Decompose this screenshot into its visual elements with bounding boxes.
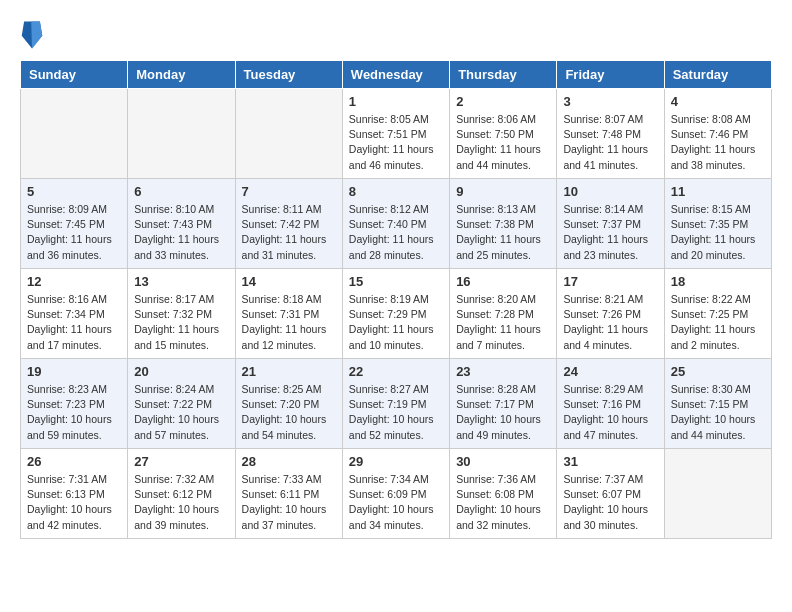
calendar-cell: 2Sunrise: 8:06 AMSunset: 7:50 PMDaylight… [450, 89, 557, 179]
calendar-cell: 1Sunrise: 8:05 AMSunset: 7:51 PMDaylight… [342, 89, 449, 179]
day-number: 28 [242, 454, 336, 469]
column-header-saturday: Saturday [664, 61, 771, 89]
day-number: 12 [27, 274, 121, 289]
calendar-cell: 23Sunrise: 8:28 AMSunset: 7:17 PMDayligh… [450, 359, 557, 449]
day-info: Sunrise: 8:22 AMSunset: 7:25 PMDaylight:… [671, 292, 765, 353]
day-info: Sunrise: 7:34 AMSunset: 6:09 PMDaylight:… [349, 472, 443, 533]
day-info: Sunrise: 8:29 AMSunset: 7:16 PMDaylight:… [563, 382, 657, 443]
day-info: Sunrise: 8:23 AMSunset: 7:23 PMDaylight:… [27, 382, 121, 443]
calendar-header-row: SundayMondayTuesdayWednesdayThursdayFrid… [21, 61, 772, 89]
calendar-cell: 8Sunrise: 8:12 AMSunset: 7:40 PMDaylight… [342, 179, 449, 269]
day-number: 30 [456, 454, 550, 469]
day-number: 18 [671, 274, 765, 289]
day-number: 13 [134, 274, 228, 289]
day-number: 8 [349, 184, 443, 199]
calendar-cell [21, 89, 128, 179]
calendar-cell: 17Sunrise: 8:21 AMSunset: 7:26 PMDayligh… [557, 269, 664, 359]
calendar-cell: 11Sunrise: 8:15 AMSunset: 7:35 PMDayligh… [664, 179, 771, 269]
day-info: Sunrise: 8:20 AMSunset: 7:28 PMDaylight:… [456, 292, 550, 353]
svg-marker-1 [31, 22, 42, 49]
calendar-cell: 10Sunrise: 8:14 AMSunset: 7:37 PMDayligh… [557, 179, 664, 269]
day-number: 22 [349, 364, 443, 379]
day-info: Sunrise: 8:11 AMSunset: 7:42 PMDaylight:… [242, 202, 336, 263]
calendar-cell: 3Sunrise: 8:07 AMSunset: 7:48 PMDaylight… [557, 89, 664, 179]
day-number: 14 [242, 274, 336, 289]
calendar-cell: 13Sunrise: 8:17 AMSunset: 7:32 PMDayligh… [128, 269, 235, 359]
day-info: Sunrise: 8:05 AMSunset: 7:51 PMDaylight:… [349, 112, 443, 173]
calendar-cell: 30Sunrise: 7:36 AMSunset: 6:08 PMDayligh… [450, 449, 557, 539]
day-info: Sunrise: 8:18 AMSunset: 7:31 PMDaylight:… [242, 292, 336, 353]
calendar-cell: 21Sunrise: 8:25 AMSunset: 7:20 PMDayligh… [235, 359, 342, 449]
calendar-week-row: 1Sunrise: 8:05 AMSunset: 7:51 PMDaylight… [21, 89, 772, 179]
calendar-cell: 27Sunrise: 7:32 AMSunset: 6:12 PMDayligh… [128, 449, 235, 539]
day-number: 4 [671, 94, 765, 109]
calendar-cell: 26Sunrise: 7:31 AMSunset: 6:13 PMDayligh… [21, 449, 128, 539]
calendar-week-row: 19Sunrise: 8:23 AMSunset: 7:23 PMDayligh… [21, 359, 772, 449]
day-number: 26 [27, 454, 121, 469]
day-info: Sunrise: 8:19 AMSunset: 7:29 PMDaylight:… [349, 292, 443, 353]
calendar-cell: 12Sunrise: 8:16 AMSunset: 7:34 PMDayligh… [21, 269, 128, 359]
day-number: 11 [671, 184, 765, 199]
day-number: 17 [563, 274, 657, 289]
calendar-cell: 4Sunrise: 8:08 AMSunset: 7:46 PMDaylight… [664, 89, 771, 179]
day-number: 15 [349, 274, 443, 289]
calendar-cell: 29Sunrise: 7:34 AMSunset: 6:09 PMDayligh… [342, 449, 449, 539]
calendar-cell: 15Sunrise: 8:19 AMSunset: 7:29 PMDayligh… [342, 269, 449, 359]
day-number: 6 [134, 184, 228, 199]
calendar-cell: 20Sunrise: 8:24 AMSunset: 7:22 PMDayligh… [128, 359, 235, 449]
column-header-wednesday: Wednesday [342, 61, 449, 89]
day-number: 23 [456, 364, 550, 379]
logo-icon [20, 20, 44, 50]
day-number: 9 [456, 184, 550, 199]
day-info: Sunrise: 7:37 AMSunset: 6:07 PMDaylight:… [563, 472, 657, 533]
day-number: 3 [563, 94, 657, 109]
calendar-cell: 28Sunrise: 7:33 AMSunset: 6:11 PMDayligh… [235, 449, 342, 539]
page-header [20, 20, 772, 50]
day-info: Sunrise: 8:08 AMSunset: 7:46 PMDaylight:… [671, 112, 765, 173]
logo [20, 20, 48, 50]
column-header-thursday: Thursday [450, 61, 557, 89]
day-number: 10 [563, 184, 657, 199]
day-info: Sunrise: 7:32 AMSunset: 6:12 PMDaylight:… [134, 472, 228, 533]
calendar-week-row: 12Sunrise: 8:16 AMSunset: 7:34 PMDayligh… [21, 269, 772, 359]
day-info: Sunrise: 8:28 AMSunset: 7:17 PMDaylight:… [456, 382, 550, 443]
calendar-cell: 25Sunrise: 8:30 AMSunset: 7:15 PMDayligh… [664, 359, 771, 449]
day-number: 2 [456, 94, 550, 109]
calendar-table: SundayMondayTuesdayWednesdayThursdayFrid… [20, 60, 772, 539]
day-info: Sunrise: 7:36 AMSunset: 6:08 PMDaylight:… [456, 472, 550, 533]
calendar-cell: 16Sunrise: 8:20 AMSunset: 7:28 PMDayligh… [450, 269, 557, 359]
day-info: Sunrise: 8:30 AMSunset: 7:15 PMDaylight:… [671, 382, 765, 443]
day-number: 24 [563, 364, 657, 379]
day-number: 31 [563, 454, 657, 469]
calendar-cell [664, 449, 771, 539]
calendar-cell: 22Sunrise: 8:27 AMSunset: 7:19 PMDayligh… [342, 359, 449, 449]
day-info: Sunrise: 8:09 AMSunset: 7:45 PMDaylight:… [27, 202, 121, 263]
day-info: Sunrise: 8:12 AMSunset: 7:40 PMDaylight:… [349, 202, 443, 263]
calendar-cell: 6Sunrise: 8:10 AMSunset: 7:43 PMDaylight… [128, 179, 235, 269]
day-info: Sunrise: 8:21 AMSunset: 7:26 PMDaylight:… [563, 292, 657, 353]
calendar-week-row: 5Sunrise: 8:09 AMSunset: 7:45 PMDaylight… [21, 179, 772, 269]
column-header-sunday: Sunday [21, 61, 128, 89]
day-info: Sunrise: 7:31 AMSunset: 6:13 PMDaylight:… [27, 472, 121, 533]
day-info: Sunrise: 8:25 AMSunset: 7:20 PMDaylight:… [242, 382, 336, 443]
column-header-tuesday: Tuesday [235, 61, 342, 89]
calendar-cell: 9Sunrise: 8:13 AMSunset: 7:38 PMDaylight… [450, 179, 557, 269]
day-number: 21 [242, 364, 336, 379]
calendar-cell: 31Sunrise: 7:37 AMSunset: 6:07 PMDayligh… [557, 449, 664, 539]
calendar-cell: 18Sunrise: 8:22 AMSunset: 7:25 PMDayligh… [664, 269, 771, 359]
day-number: 5 [27, 184, 121, 199]
calendar-cell: 7Sunrise: 8:11 AMSunset: 7:42 PMDaylight… [235, 179, 342, 269]
day-info: Sunrise: 8:10 AMSunset: 7:43 PMDaylight:… [134, 202, 228, 263]
day-number: 7 [242, 184, 336, 199]
calendar-week-row: 26Sunrise: 7:31 AMSunset: 6:13 PMDayligh… [21, 449, 772, 539]
day-number: 16 [456, 274, 550, 289]
day-number: 27 [134, 454, 228, 469]
day-info: Sunrise: 8:15 AMSunset: 7:35 PMDaylight:… [671, 202, 765, 263]
day-info: Sunrise: 8:07 AMSunset: 7:48 PMDaylight:… [563, 112, 657, 173]
calendar-cell [235, 89, 342, 179]
column-header-friday: Friday [557, 61, 664, 89]
day-info: Sunrise: 8:27 AMSunset: 7:19 PMDaylight:… [349, 382, 443, 443]
calendar-cell: 14Sunrise: 8:18 AMSunset: 7:31 PMDayligh… [235, 269, 342, 359]
calendar-cell: 19Sunrise: 8:23 AMSunset: 7:23 PMDayligh… [21, 359, 128, 449]
calendar-cell: 5Sunrise: 8:09 AMSunset: 7:45 PMDaylight… [21, 179, 128, 269]
